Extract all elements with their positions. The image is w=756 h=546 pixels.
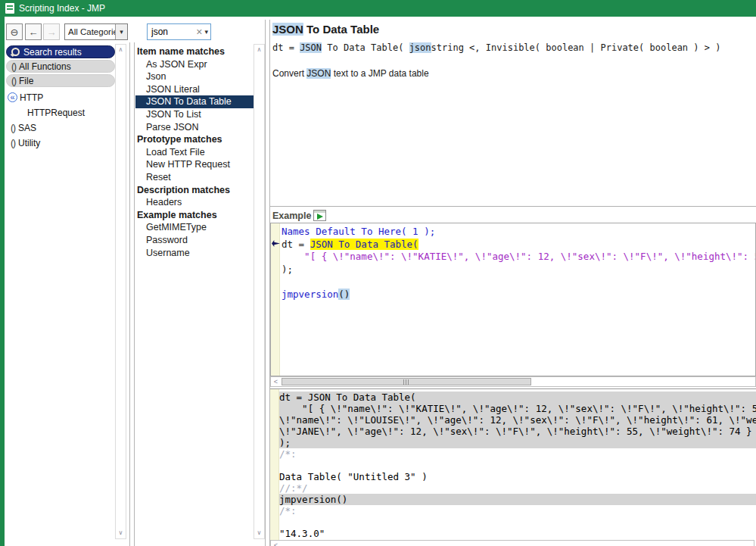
function-paren-icon: ()	[11, 138, 15, 148]
list-group-header: Description matches	[135, 184, 254, 197]
list-item[interactable]: Json	[135, 70, 254, 83]
function-description: Convert JSON text to a JMP data table	[272, 68, 429, 79]
forward-arrow-icon: →	[47, 27, 57, 38]
signature-segment: dt =	[272, 42, 300, 53]
category-tree: Search results () All Functions () File …	[6, 45, 115, 149]
output-line: Data Table( "Untitled 3" )	[279, 471, 756, 482]
output-horizontal-scrollbar[interactable]: <	[270, 540, 754, 546]
signature-highlight: json	[409, 42, 431, 53]
sidebar-item-httprequest[interactable]: HTTPRequest	[6, 106, 115, 119]
output-gutter	[270, 389, 279, 546]
list-item[interactable]: Load Text File	[135, 146, 254, 159]
search-box[interactable]: × ▾	[147, 23, 211, 40]
editor-horizontal-scrollbar[interactable]: <	[270, 376, 756, 387]
scripting-index-window: Scripting Index - JMP ⊖ ← → All Categori…	[0, 0, 756, 546]
scroll-left-icon[interactable]: <	[271, 377, 281, 386]
code-line: jmpversion()	[282, 289, 755, 301]
scroll-down-icon[interactable]: ∨	[116, 528, 126, 538]
sidebar-item-label: HTTPRequest	[27, 108, 85, 118]
description-highlight: JSON	[306, 68, 331, 79]
list-item[interactable]: JSON Literal	[135, 83, 254, 96]
function-paren-icon: ()	[11, 61, 16, 72]
function-paren-icon: ()	[11, 123, 15, 133]
forward-button[interactable]: →	[43, 23, 60, 40]
sidebar-item-label: File	[19, 76, 33, 86]
search-result-list: Item name matches As JSON Expr Json JSON…	[135, 45, 254, 259]
expanded-chevron-icon: «	[8, 92, 17, 102]
output-line: \!"name\!": \!"LOUISE\!", \!"age\!": 12,…	[279, 414, 756, 426]
categories-combobox[interactable]: All Categories ▾	[64, 23, 128, 40]
sidebar-item-http[interactable]: « HTTP	[6, 91, 115, 104]
back-button[interactable]: ←	[25, 23, 42, 40]
scrollbar-thumb[interactable]	[282, 378, 531, 385]
example-code-editor[interactable]: Names Default To Here( 1 ); dt = JSON To…	[270, 223, 756, 376]
thumb-grip-icon	[403, 379, 410, 385]
collapse-all-button[interactable]: ⊖	[6, 23, 23, 40]
code-line-string: "[ { \!"name\!": \!"KATIE\!", \!"age\!":…	[282, 251, 755, 264]
title-bar: Scripting Index - JMP	[0, 0, 756, 17]
scroll-down-icon[interactable]: ∨	[254, 528, 264, 538]
combo-dropdown-icon[interactable]: ▾	[115, 24, 127, 39]
output-line-blank	[279, 460, 756, 471]
example-output-log[interactable]: dt = JSON To Data Table( "[ { \!"name\!"…	[270, 388, 756, 546]
code-segment: dt =	[282, 239, 310, 250]
code-line-blank	[282, 276, 755, 289]
search-input[interactable]	[148, 27, 194, 37]
list-scrollbar[interactable]: ∧ ∨	[254, 44, 265, 539]
splitter-sidebar-list[interactable]	[129, 42, 135, 546]
search-dropdown-icon[interactable]: ▾	[204, 28, 210, 36]
list-item[interactable]: Reset	[135, 171, 254, 184]
list-item[interactable]: As JSON Expr	[135, 58, 254, 71]
sidebar-item-all-functions[interactable]: () All Functions	[6, 60, 115, 73]
sidebar-item-label: HTTP	[20, 92, 43, 103]
sidebar-item-file[interactable]: () File	[6, 74, 115, 87]
output-line: /*:	[279, 505, 756, 516]
back-arrow-icon: ←	[29, 27, 39, 38]
page-title: JSON To Data Table	[272, 23, 379, 36]
list-item-selected[interactable]: JSON To Data Table	[135, 95, 254, 108]
output-line: );	[279, 437, 756, 448]
description-segment: Convert	[272, 68, 306, 79]
app-icon	[5, 3, 14, 14]
editor-code: Names Default To Here( 1 ); dt = JSON To…	[282, 226, 755, 301]
title-highlight: JSON	[272, 23, 303, 36]
list-item[interactable]: Password	[135, 234, 254, 247]
run-script-icon[interactable]	[313, 210, 326, 221]
categories-selected-value: All Categories	[65, 27, 115, 36]
splitter-list-detail[interactable]	[265, 20, 270, 546]
list-item[interactable]: New HTTP Request	[135, 158, 254, 171]
editor-gutter	[271, 223, 280, 376]
list-group-header: Example matches	[135, 209, 254, 222]
output-line-blank	[279, 516, 756, 528]
list-item[interactable]: JSON To List	[135, 108, 254, 121]
scroll-left-icon[interactable]: <	[271, 541, 281, 546]
clear-search-icon[interactable]: ×	[194, 27, 204, 37]
scroll-up-icon[interactable]: ∧	[116, 45, 126, 55]
output-line: jmpversion()	[279, 494, 756, 505]
sidebar-item-search-results[interactable]: Search results	[6, 45, 115, 58]
scroll-up-icon[interactable]: ∧	[254, 45, 264, 55]
list-item[interactable]: Username	[135, 247, 254, 260]
list-item[interactable]: GetMIMEType	[135, 221, 254, 234]
output-line: "14.3.0"	[279, 528, 756, 539]
signature-segment: To Data Table(	[322, 42, 409, 53]
output-line: /*:	[279, 448, 756, 460]
sidebar-scrollbar[interactable]: ∧ ∨	[115, 44, 126, 539]
sidebar-item-utility[interactable]: () Utility	[6, 136, 115, 149]
search-icon	[11, 48, 20, 56]
sidebar-item-label: SAS	[18, 123, 36, 133]
output-line: //:*/	[279, 482, 756, 494]
signature-segment: string <, Invisible( boolean | Private( …	[431, 42, 721, 53]
list-item[interactable]: Headers	[135, 196, 254, 209]
code-line: );	[282, 264, 755, 276]
code-segment: jmpversion	[282, 289, 338, 300]
sidebar-item-sas[interactable]: () SAS	[6, 121, 115, 134]
example-label: Example	[272, 211, 311, 221]
list-item[interactable]: Parse JSON	[135, 121, 254, 134]
function-signature: dt = JSON To Data Table( jsonstring <, I…	[272, 42, 720, 53]
output-line: dt = JSON To Data Table(	[279, 392, 756, 403]
window-left-border	[0, 17, 5, 546]
circled-minus-icon: ⊖	[11, 27, 19, 38]
description-segment: text to a JMP data table	[331, 68, 428, 79]
output-line: \!"JANE\!", \!"age\!": 12, \!"sex\!": \!…	[279, 426, 756, 437]
